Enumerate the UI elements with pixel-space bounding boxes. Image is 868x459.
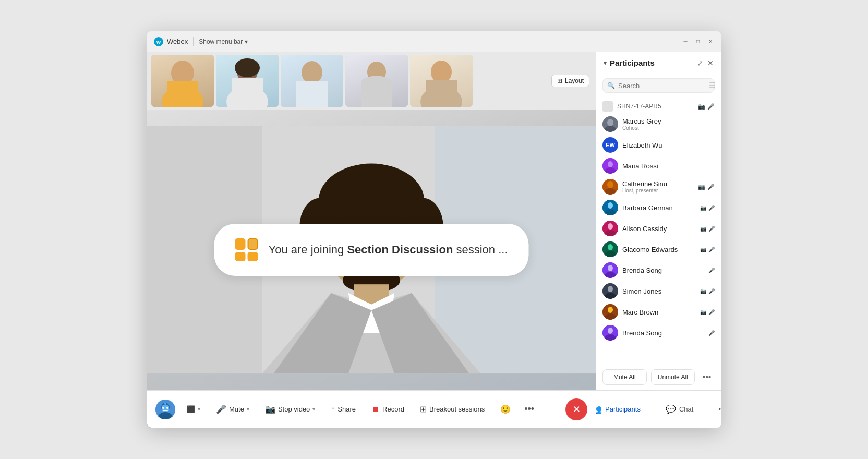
- participant-item[interactable]: Marc Brown 📷 🎤: [596, 301, 721, 322]
- participant-info: Simon Jones: [622, 287, 696, 295]
- breakout-sessions-button[interactable]: ⊞ Breakout sessions: [414, 400, 491, 418]
- participant-name: Catherine Sinu: [622, 180, 694, 188]
- maximize-button[interactable]: □: [694, 38, 702, 46]
- app-title: Webex: [167, 38, 188, 45]
- participant-item[interactable]: Alison Cassidy 📷 🎤: [596, 218, 721, 239]
- participant-item[interactable]: Simon Jones 📷 🎤: [596, 281, 721, 301]
- end-call-button[interactable]: ✕: [565, 398, 587, 420]
- joining-message: You are joining Section Discussion sessi…: [269, 243, 508, 257]
- emoji-button[interactable]: 🙂: [494, 400, 517, 418]
- stop-video-button[interactable]: 📷 Stop video ▾: [259, 400, 321, 418]
- thumbnail-4: [345, 55, 408, 107]
- participant-item[interactable]: Brenda Song 🎤: [596, 322, 721, 343]
- svg-point-33: [166, 407, 168, 409]
- window-controls: ─ □ ✕: [681, 38, 715, 46]
- participant-item[interactable]: Brenda Song 🎤: [596, 260, 721, 281]
- footer-more-button[interactable]: •••: [699, 369, 715, 385]
- participant-name: Simon Jones: [622, 287, 696, 295]
- svg-point-6: [235, 58, 260, 77]
- show-menu-bar[interactable]: Show menu bar ▾: [199, 38, 248, 45]
- participant-item[interactable]: Maria Rossi: [596, 155, 721, 176]
- svg-point-35: [164, 403, 166, 405]
- pop-out-icon[interactable]: ⤢: [697, 59, 703, 67]
- thumbnail-5: [410, 55, 473, 107]
- participant-info: Catherine Sinu Host, presenter: [622, 180, 694, 194]
- sq1: [235, 238, 246, 250]
- svg-point-37: [607, 119, 613, 126]
- end-call-icon: ✕: [573, 404, 581, 415]
- breakout-icon: ⊞: [420, 404, 427, 414]
- search-box: 🔍 ☰: [602, 78, 715, 93]
- webex-logo: W Webex: [153, 37, 188, 47]
- participant-name: Elizabeth Wu: [622, 141, 715, 149]
- unmute-all-button[interactable]: Unmute All: [651, 369, 695, 385]
- record-button[interactable]: ⏺ Record: [365, 401, 411, 418]
- svg-point-52: [608, 244, 613, 250]
- svg-text:W: W: [156, 40, 161, 45]
- minimize-button[interactable]: ─: [681, 38, 690, 46]
- participant-name: Alison Cassidy: [622, 225, 696, 233]
- collapse-icon[interactable]: ▾: [604, 59, 607, 67]
- participant-avatar: [602, 116, 618, 132]
- participant-item[interactable]: Marcus Grey Cohost: [596, 114, 721, 135]
- title-bar: W Webex Show menu bar ▾ ─ □ ✕: [147, 31, 721, 52]
- participant-name: Marc Brown: [622, 308, 696, 316]
- participant-icons: 🎤: [708, 268, 715, 273]
- video-section: ⊞ Layout: [147, 52, 596, 428]
- mic-muted-icon: 🎤: [708, 247, 715, 252]
- virtual-bg-button[interactable]: ⬛ ▾: [180, 401, 207, 417]
- tab-more[interactable]: •••: [712, 402, 721, 416]
- participant-item[interactable]: Catherine Sinu Host, presenter 📷 🎤: [596, 176, 721, 197]
- participant-info: Marcus Grey Cohost: [622, 117, 715, 131]
- mic-muted-icon: 🎤: [708, 268, 715, 273]
- participant-info: Marc Brown: [622, 308, 696, 316]
- participant-item[interactable]: EW Elizabeth Wu: [596, 135, 721, 155]
- participant-name: Barbara German: [622, 204, 696, 212]
- sort-icon[interactable]: ☰: [709, 81, 716, 90]
- more-options-button[interactable]: •••: [520, 400, 538, 419]
- svg-rect-34: [163, 410, 168, 411]
- virtual-bg-icon: ⬛: [187, 405, 195, 413]
- video-icon: 📷: [700, 288, 706, 294]
- search-input[interactable]: [618, 82, 706, 90]
- chevron-down-icon: ▾: [312, 406, 315, 412]
- participant-name: Brenda Song: [622, 329, 704, 337]
- layout-button[interactable]: ⊞ Layout: [551, 75, 589, 87]
- record-icon: ⏺: [371, 405, 380, 414]
- panel-title: Participants: [610, 58, 694, 67]
- main-toolbar: ⬛ ▾ 🎤 Mute ▾ 📷 Stop video ▾ ↑ Share: [147, 390, 596, 428]
- close-button[interactable]: ✕: [706, 38, 715, 46]
- svg-rect-4: [167, 81, 198, 107]
- participant-icons: 🎤: [708, 330, 715, 336]
- participant-icons: 📷 🎤: [700, 226, 715, 232]
- main-video: You are joining Section Discussion sessi…: [147, 110, 596, 390]
- svg-point-46: [608, 202, 613, 209]
- participant-item[interactable]: Giacomo Edwards 📷 🎤: [596, 239, 721, 260]
- webex-squares-icon: [235, 238, 258, 261]
- participant-item[interactable]: Barbara German 📷 🎤: [596, 197, 721, 218]
- participant-avatar: [602, 262, 618, 278]
- close-panel-icon[interactable]: ✕: [707, 59, 714, 67]
- app-window: W Webex Show menu bar ▾ ─ □ ✕: [147, 31, 721, 428]
- emoji-icon: 🙂: [500, 404, 511, 414]
- participant-avatar: [602, 179, 618, 195]
- video-icon: 📷: [700, 226, 706, 232]
- mute-button[interactable]: 🎤 Mute ▾: [210, 400, 256, 418]
- microphone-icon: 🎤: [216, 404, 226, 414]
- more-icon: •••: [703, 372, 712, 382]
- more-icon: •••: [718, 405, 721, 413]
- chevron-down-icon: ▾: [198, 406, 200, 412]
- section-mic-icon: 🎤: [707, 103, 715, 110]
- search-icon: 🔍: [607, 82, 615, 89]
- mute-all-button[interactable]: Mute All: [602, 369, 647, 385]
- section-video-icon: 📷: [698, 103, 705, 110]
- participant-info: Alison Cassidy: [622, 225, 696, 233]
- share-button[interactable]: ↑ Share: [324, 401, 362, 418]
- title-divider: [193, 37, 194, 46]
- participant-name: Marcus Grey: [622, 117, 715, 125]
- mic-muted-icon: 🎤: [708, 288, 715, 294]
- section-icons: 📷 🎤: [698, 103, 715, 110]
- tab-chat[interactable]: 💬 Chat: [659, 401, 700, 417]
- svg-point-64: [608, 328, 613, 334]
- participant-name: Giacomo Edwards: [622, 246, 696, 253]
